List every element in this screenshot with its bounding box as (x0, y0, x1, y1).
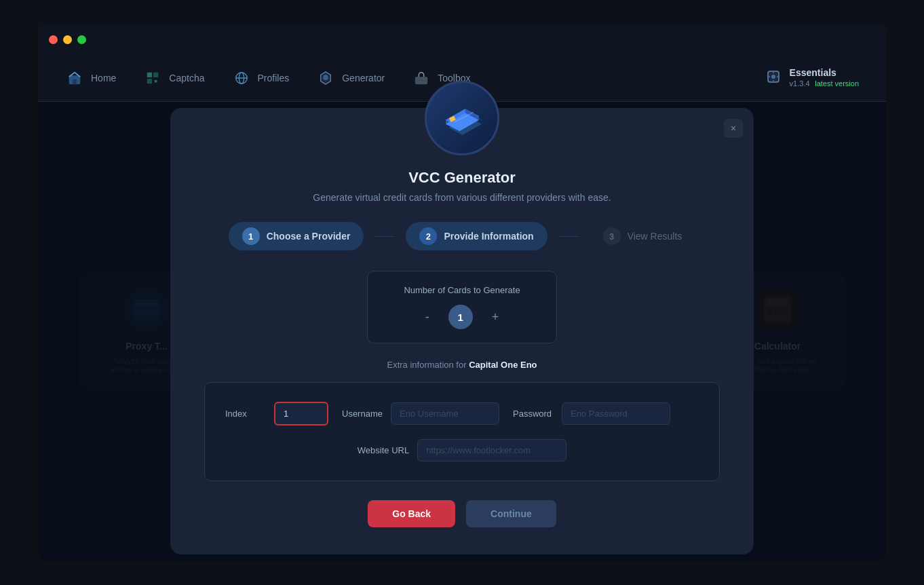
card-count-controls: - 1 + (388, 305, 536, 329)
nav-item-home[interactable]: Home (65, 69, 116, 88)
index-input[interactable] (274, 402, 328, 426)
card-count-label: Number of Cards to Generate (388, 285, 536, 295)
step-3: 3 View Results (590, 222, 696, 250)
go-back-button[interactable]: Go Back (368, 500, 455, 527)
password-label: Password (513, 409, 554, 419)
svg-rect-4 (147, 78, 152, 83)
modal-actions: Go Back Continue (204, 500, 720, 527)
maximize-button[interactable] (77, 35, 86, 44)
svg-point-12 (771, 75, 775, 79)
essentials-icon (765, 69, 782, 87)
form-row-1: Index Username Password (225, 402, 699, 426)
nav-essentials: Essentials v1.3.4 latest version (765, 67, 859, 88)
url-label: Website URL (358, 445, 409, 455)
modal-close-button[interactable]: × (724, 119, 743, 138)
close-button[interactable] (49, 35, 58, 44)
step-3-num: 3 (603, 227, 621, 245)
url-input[interactable] (417, 439, 566, 461)
nav-item-captcha[interactable]: Captcha (143, 69, 204, 88)
step-1[interactable]: 1 Choose a Provider (229, 222, 364, 250)
modal: × (170, 108, 754, 554)
minimize-button[interactable] (63, 35, 72, 44)
form-group-index: Index (225, 402, 328, 426)
step-1-num: 1 (242, 227, 260, 245)
hero-circle (425, 81, 499, 155)
step-divider-1 (374, 236, 395, 237)
svg-rect-1 (73, 79, 77, 83)
step-2[interactable]: 2 Provide Information (406, 222, 547, 250)
home-icon (65, 69, 84, 88)
version-badge: latest version (815, 79, 859, 88)
steps: 1 Choose a Provider 2 Provide Informatio… (204, 222, 720, 250)
continue-button[interactable]: Continue (466, 500, 556, 527)
svg-rect-5 (155, 79, 157, 82)
modal-title: VCC Generator (204, 169, 720, 187)
title-bar (38, 24, 886, 54)
modal-overlay: × (38, 102, 886, 561)
step-2-label: Provide Information (444, 231, 533, 242)
form-row-2: Website URL (225, 439, 699, 461)
step-1-label: Choose a Provider (267, 231, 351, 242)
provider-name: Capital One Eno (469, 360, 537, 370)
decrement-button[interactable]: - (420, 307, 435, 327)
traffic-lights (49, 35, 86, 44)
form-group-username: Username (342, 402, 499, 425)
nav-label-home: Home (91, 73, 116, 83)
increment-button[interactable]: + (486, 307, 505, 327)
svg-rect-3 (153, 72, 158, 77)
modal-subtitle: Generate virtual credit cards from vario… (204, 192, 720, 203)
form-area: Index Username Password Website URL (204, 382, 720, 481)
step-2-num: 2 (419, 227, 437, 245)
app-window: Home Captcha (38, 24, 886, 561)
step-3-label: View Results (628, 231, 682, 242)
form-group-password: Password (513, 402, 670, 425)
captcha-icon (143, 69, 162, 88)
version-number: v1.3.4 (790, 79, 810, 88)
nav-label-captcha: Captcha (169, 73, 204, 83)
form-group-url: Website URL (358, 439, 566, 461)
count-value: 1 (448, 305, 473, 329)
step-divider-2 (558, 236, 579, 237)
card-count-box: Number of Cards to Generate - 1 + (367, 271, 557, 343)
username-input[interactable] (391, 402, 499, 425)
index-label: Index (225, 409, 266, 419)
modal-hero (204, 81, 720, 155)
username-label: Username (342, 409, 383, 419)
svg-rect-2 (147, 72, 152, 77)
version-text: v1.3.4 latest version (790, 78, 859, 88)
extra-info-label: Extra information for Capital One Eno (204, 360, 720, 370)
password-input[interactable] (562, 402, 670, 425)
essentials-title: Essentials (790, 67, 859, 78)
